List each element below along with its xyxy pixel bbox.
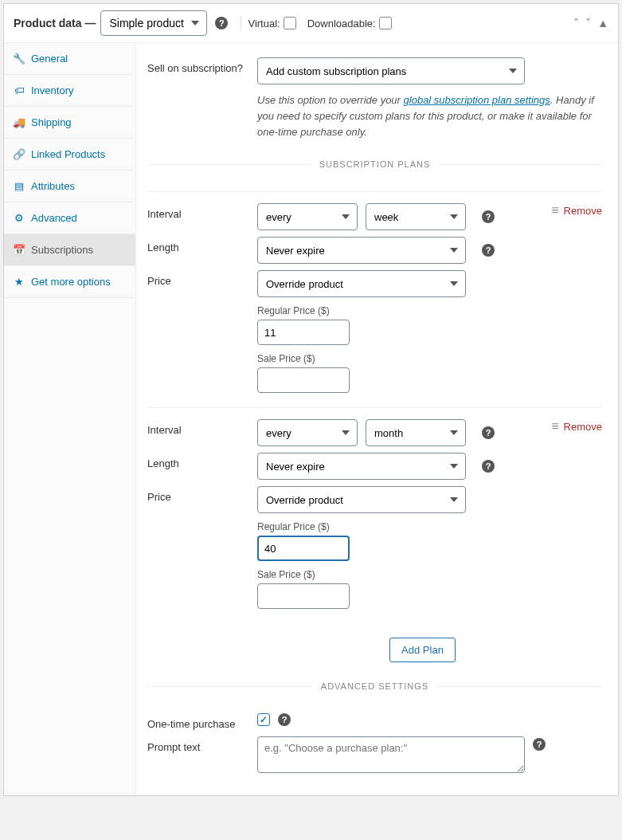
- section-plans-divider: SUBSCRIPTION PLANS: [147, 164, 602, 177]
- gear-icon: ⚙: [14, 213, 25, 224]
- onetime-checkbox[interactable]: ✓: [257, 713, 270, 726]
- interval-unit-select[interactable]: month: [366, 419, 466, 446]
- downloadable-label: Downloadable:: [307, 17, 392, 29]
- virtual-label: Virtual:: [248, 17, 295, 29]
- downloadable-checkbox[interactable]: [379, 17, 392, 29]
- global-settings-link[interactable]: global subscription plan settings: [404, 94, 550, 106]
- price-mode-select[interactable]: Override product: [257, 270, 466, 297]
- sale-price-input[interactable]: [257, 583, 350, 609]
- tabs-sidebar: 🔧General 🏷Inventory 🚚Shipping 🔗Linked Pr…: [4, 43, 136, 795]
- length-select[interactable]: Never expire: [257, 453, 466, 480]
- help-icon[interactable]: ?: [482, 426, 495, 439]
- virtual-checkbox[interactable]: [284, 17, 296, 29]
- regular-price-input[interactable]: [257, 536, 350, 561]
- tab-inventory[interactable]: 🏷Inventory: [4, 75, 135, 107]
- truck-icon: 🚚: [14, 117, 25, 128]
- regular-price-label: Regular Price ($): [257, 305, 602, 316]
- move-down-icon[interactable]: ˅: [585, 17, 591, 29]
- tag-icon: 🏷: [14, 85, 25, 96]
- link-icon: 🔗: [14, 149, 25, 160]
- price-mode-select[interactable]: Override product: [257, 486, 466, 513]
- regular-price-input[interactable]: [257, 320, 350, 345]
- sell-on-description: Use this option to override your global …: [257, 92, 602, 140]
- calendar-icon: 📅: [14, 245, 25, 256]
- drag-icon[interactable]: ≡: [551, 419, 558, 434]
- interval-every-select[interactable]: every: [257, 203, 358, 230]
- help-icon[interactable]: ?: [278, 713, 291, 726]
- tab-advanced[interactable]: ⚙Advanced: [4, 202, 135, 234]
- tab-shipping[interactable]: 🚚Shipping: [4, 107, 135, 139]
- section-advanced-divider: ADVANCED SETTINGS: [147, 686, 602, 699]
- product-data-panel: Product data — Simple product ? Virtual:…: [3, 3, 619, 796]
- regular-price-label: Regular Price ($): [257, 521, 602, 532]
- tab-general[interactable]: 🔧General: [4, 43, 135, 75]
- interval-every-select[interactable]: every: [257, 419, 358, 446]
- length-label: Length: [147, 237, 257, 253]
- interval-label: Interval: [147, 203, 257, 220]
- help-icon[interactable]: ?: [482, 244, 495, 257]
- interval-unit-select[interactable]: week: [366, 203, 466, 230]
- sell-on-label: Sell on subscription?: [147, 57, 257, 74]
- subscription-plan: ≡ Remove Interval every week ? Length Ne…: [147, 191, 602, 407]
- tab-more[interactable]: ★Get more options: [4, 266, 135, 298]
- help-icon[interactable]: ?: [533, 738, 546, 751]
- sale-price-label: Sale Price ($): [257, 569, 602, 580]
- price-label: Price: [147, 486, 257, 503]
- wrench-icon: 🔧: [14, 53, 25, 65]
- panel-header: Product data — Simple product ? Virtual:…: [4, 4, 618, 43]
- tab-content: Sell on subscription? Add custom subscri…: [136, 43, 618, 795]
- length-label: Length: [147, 453, 257, 469]
- remove-plan-button[interactable]: ≡ Remove: [551, 203, 602, 218]
- onetime-label: One-time purchase: [147, 713, 257, 730]
- help-icon[interactable]: ?: [482, 460, 495, 473]
- length-select[interactable]: Never expire: [257, 237, 466, 264]
- tab-attributes[interactable]: ▤Attributes: [4, 171, 135, 202]
- prompt-textarea[interactable]: [257, 736, 525, 773]
- subscription-plan: ≡ Remove Interval every month ? Length N…: [147, 407, 602, 623]
- sell-on-select[interactable]: Add custom subscription plans: [257, 57, 525, 84]
- tab-subscriptions[interactable]: 📅Subscriptions: [4, 234, 135, 266]
- prompt-label: Prompt text: [147, 736, 257, 753]
- help-icon[interactable]: ?: [215, 17, 228, 29]
- price-label: Price: [147, 270, 257, 287]
- interval-label: Interval: [147, 419, 257, 436]
- remove-plan-button[interactable]: ≡ Remove: [551, 419, 602, 434]
- star-icon: ★: [14, 277, 25, 288]
- move-up-icon[interactable]: ˄: [573, 17, 579, 29]
- list-icon: ▤: [14, 181, 25, 192]
- add-plan-button[interactable]: Add Plan: [389, 638, 456, 662]
- drag-icon[interactable]: ≡: [551, 203, 558, 218]
- collapse-icon[interactable]: ▲: [597, 17, 608, 29]
- help-icon[interactable]: ?: [482, 210, 495, 223]
- sale-price-label: Sale Price ($): [257, 353, 602, 364]
- separator: [241, 16, 241, 30]
- tab-linked[interactable]: 🔗Linked Products: [4, 139, 135, 171]
- sale-price-input[interactable]: [257, 367, 350, 393]
- product-type-select[interactable]: Simple product: [100, 10, 207, 36]
- panel-title: Product data —: [14, 17, 96, 29]
